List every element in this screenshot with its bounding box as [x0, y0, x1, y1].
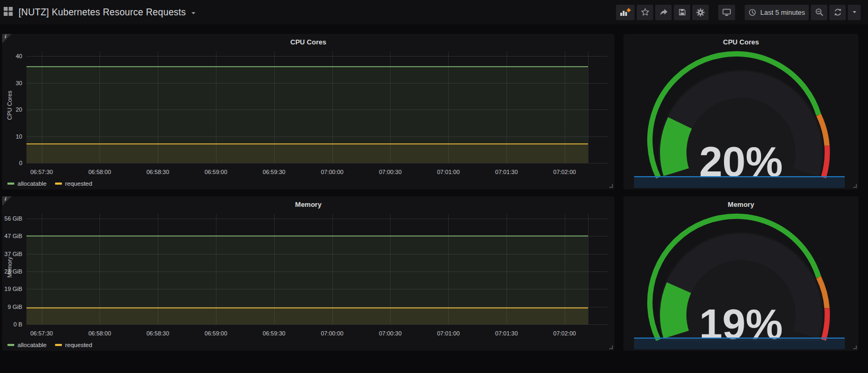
x-tick-label: 07:01:30: [495, 169, 518, 175]
refresh-interval-dropdown[interactable]: [848, 5, 861, 20]
time-range-picker[interactable]: Last 5 minutes: [745, 5, 809, 20]
gridline-v: [588, 51, 589, 163]
plot-area[interactable]: 01020304006:57:3006:58:0006:58:3006:59:0…: [26, 51, 608, 163]
panel-info-corner[interactable]: i: [2, 34, 12, 43]
y-tick-label: 0 B: [13, 321, 22, 327]
x-tick-label: 07:00:30: [379, 330, 402, 336]
y-tick-label: 56 GiB: [4, 215, 22, 222]
add-panel-button[interactable]: [616, 5, 635, 20]
y-tick-label: 20: [16, 106, 22, 113]
x-tick-label: 07:01:00: [437, 169, 460, 175]
panel-info-corner[interactable]: i: [2, 196, 12, 206]
series-fill: [26, 308, 588, 324]
y-tick-label: 19 GiB: [4, 286, 22, 292]
navbar-right: Last 5 minutes: [614, 5, 861, 20]
gridline-h: [26, 56, 608, 57]
x-tick-label: 06:58:00: [88, 169, 111, 175]
panel-resize-handle[interactable]: [609, 345, 613, 349]
panel-resize-handle[interactable]: [609, 184, 613, 188]
series-line: [26, 307, 588, 308]
x-tick-label: 07:01:00: [437, 330, 460, 336]
y-tick-label: 9 GiB: [7, 304, 22, 310]
gauge-value-text: 20%: [699, 138, 783, 178]
y-axis-label: CPU Cores: [6, 90, 13, 120]
y-tick-label: 47 GiB: [4, 233, 22, 239]
panel-memory-gauge: Memory 19%: [623, 196, 858, 351]
series-line: [26, 235, 588, 236]
series-fill: [26, 144, 588, 163]
gauge: 19%: [623, 211, 858, 341]
navbar: [NUTZ] Kubernetes Resource Requests: [0, 0, 868, 24]
gauge: 20%: [623, 49, 858, 178]
sparkline: [634, 338, 845, 349]
panel-title[interactable]: CPU Cores: [623, 38, 858, 46]
caret-down-icon: [852, 11, 857, 14]
star-button[interactable]: [637, 5, 653, 20]
series-line: [26, 66, 588, 67]
panel-title[interactable]: Memory: [623, 201, 858, 208]
dashboard-title[interactable]: [NUTZ] Kubernetes Resource Requests: [19, 7, 186, 18]
gauge-value-arc: [673, 288, 679, 335]
panel-title[interactable]: Memory: [2, 201, 614, 208]
zoom-out-button[interactable]: [811, 5, 827, 20]
x-tick-label: 06:57:30: [30, 169, 53, 175]
gauge-svg: 20%: [623, 49, 858, 178]
series-line: [26, 143, 588, 144]
monitor-icon: [722, 8, 731, 16]
panel-resize-handle[interactable]: [853, 184, 857, 188]
gauge-value-arc: [673, 123, 680, 172]
share-icon: [659, 8, 668, 16]
gridline-h: [26, 219, 608, 219]
y-tick-label: 40: [16, 53, 22, 59]
legend-label: requested: [65, 342, 92, 348]
legend-swatch: [55, 344, 62, 346]
refresh-button[interactable]: [829, 5, 846, 20]
gridline-h: [26, 163, 608, 163]
x-tick-label: 06:59:00: [205, 330, 228, 336]
legend: allocatablerequested: [7, 180, 92, 187]
gauge-svg: 19%: [623, 211, 858, 341]
panel-cpu-gauge: CPU Cores 20%: [623, 34, 858, 189]
legend: allocatablerequested: [7, 342, 92, 348]
y-tick-label: 37 GiB: [4, 251, 22, 257]
y-tick-label: 28 GiB: [4, 268, 22, 275]
gauge-value-text: 19%: [699, 301, 783, 341]
y-tick-label: 30: [16, 80, 22, 86]
refresh-icon: [834, 8, 842, 16]
share-button[interactable]: [655, 5, 672, 20]
legend-item[interactable]: allocatable: [7, 180, 47, 187]
legend-swatch: [7, 344, 14, 346]
panel-memory-graph: i Memory Memory 0 B9 GiB19 GiB28 GiB37 G…: [2, 196, 614, 351]
legend-item[interactable]: requested: [55, 342, 92, 348]
x-tick-label: 06:58:30: [147, 330, 169, 336]
x-tick-label: 07:00:00: [321, 169, 343, 175]
save-button[interactable]: [674, 5, 690, 20]
x-tick-label: 07:02:00: [553, 330, 576, 336]
save-icon: [678, 8, 686, 16]
legend-item[interactable]: allocatable: [7, 342, 47, 348]
x-tick-label: 06:57:30: [30, 330, 53, 336]
x-tick-label: 06:58:00: [88, 330, 111, 336]
plot-area[interactable]: 0 B9 GiB19 GiB28 GiB37 GiB47 GiB56 GiB06…: [26, 214, 608, 324]
gridline-h: [26, 324, 608, 325]
panel-title[interactable]: CPU Cores: [2, 38, 614, 46]
gear-icon: [696, 8, 705, 17]
y-tick-label: 0: [19, 160, 22, 166]
y-axis-label: Memory: [6, 257, 13, 278]
panel-resize-handle[interactable]: [853, 345, 857, 349]
legend-label: requested: [65, 180, 92, 187]
legend-swatch: [55, 183, 62, 185]
legend-label: allocatable: [17, 342, 47, 348]
dashboard-grid-icon[interactable]: [3, 6, 13, 19]
sparkline: [634, 176, 845, 188]
clock-icon: [748, 8, 756, 16]
navbar-left: [NUTZ] Kubernetes Resource Requests: [3, 6, 196, 19]
dashboard-grid: i CPU Cores CPU Cores 01020304006:57:300…: [0, 24, 868, 351]
dashboard-title-caret-icon[interactable]: [191, 7, 196, 17]
settings-button[interactable]: [692, 5, 709, 20]
legend-item[interactable]: requested: [55, 180, 92, 187]
x-tick-label: 06:59:00: [205, 169, 228, 175]
add-panel-icon: [620, 8, 631, 16]
tv-mode-button[interactable]: [718, 5, 735, 20]
gauge-ring-crit: [824, 308, 827, 340]
